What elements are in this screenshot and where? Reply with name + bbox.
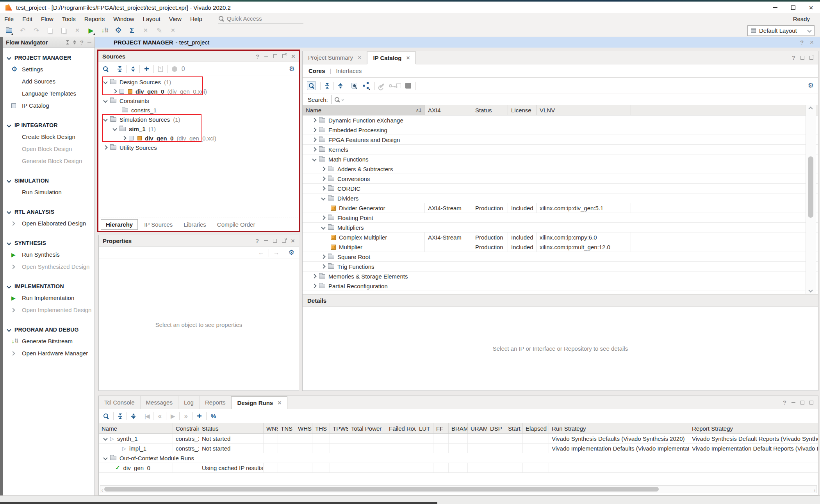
expand-all-icon[interactable] <box>338 83 342 89</box>
percent-icon[interactable]: % <box>211 413 216 419</box>
section-header[interactable]: IP INTEGRATOR <box>3 120 94 131</box>
maximize-icon[interactable] <box>800 401 804 405</box>
column-header[interactable]: BRAM <box>449 423 468 433</box>
section-header[interactable]: SYNTHESIS <box>3 238 94 248</box>
catalog-row-trig-functions[interactable]: Trig Functions <box>303 262 818 272</box>
wrench-icon[interactable] <box>380 83 385 88</box>
minimize-icon[interactable] <box>264 56 268 57</box>
nav-item-generate-bitstream[interactable]: ↓Generate Bitstream <box>3 335 94 347</box>
back-arrow-icon[interactable]: ← <box>258 249 264 256</box>
scrollbar-thumb[interactable] <box>808 156 813 218</box>
catalog-row-multiplier[interactable]: MultiplierProductionIncludedxilinx.com:i… <box>303 242 818 252</box>
collapse-all-icon[interactable] <box>66 40 69 44</box>
float-icon[interactable] <box>282 54 286 58</box>
column-header[interactable]: Run Strategy <box>549 423 689 433</box>
search-icon[interactable] <box>103 66 109 72</box>
open-project-button[interactable] <box>5 26 13 35</box>
catalog-row-memories[interactable]: Memories & Storage Elements <box>303 272 818 281</box>
nav-item-open-hardware-manager[interactable]: Open Hardware Manager <box>3 347 94 359</box>
cancel-disabled-button[interactable]: × <box>169 26 177 35</box>
tab-reports[interactable]: Reports <box>200 396 232 409</box>
column-header[interactable]: TNS <box>278 423 295 433</box>
add-sources-icon[interactable]: + <box>144 65 149 73</box>
section-header[interactable]: SIMULATION <box>3 175 94 186</box>
maximize-icon[interactable] <box>800 56 804 60</box>
tab-libraries[interactable]: Libraries <box>179 220 211 229</box>
tree-item-constrs-1[interactable]: constrs_1 <box>98 105 299 115</box>
close-icon[interactable]: × <box>278 400 281 406</box>
close-icon[interactable]: × <box>291 238 295 244</box>
menu-tools[interactable]: Tools <box>58 16 80 22</box>
maximize-icon[interactable] <box>273 239 277 243</box>
scroll-down-icon[interactable] <box>808 288 813 292</box>
nav-item-run-simulation[interactable]: Run Simulation <box>3 186 94 198</box>
close-icon[interactable]: × <box>406 55 410 61</box>
float-icon[interactable] <box>282 239 286 243</box>
nav-item-open-synthesized-design[interactable]: Open Synthesized Design <box>3 261 94 273</box>
tab-compile-order[interactable]: Compile Order <box>212 220 260 229</box>
column-header[interactable]: Constraints <box>173 423 199 433</box>
redo-button[interactable]: ↷ <box>32 26 41 35</box>
column-header[interactable]: Failed Routes <box>386 423 416 433</box>
catalog-row-square-root[interactable]: Square Root <box>303 252 818 262</box>
catalog-row-math-functions[interactable]: Math Functions <box>303 154 818 164</box>
column-header-license[interactable]: License <box>508 105 537 115</box>
tab-messages[interactable]: Messages <box>141 396 178 409</box>
report-button[interactable]: Σ <box>128 26 136 35</box>
expand-all-icon[interactable] <box>131 413 135 419</box>
horizontal-scrollbar[interactable]: ‹ › <box>100 485 817 493</box>
forward-arrow-icon[interactable]: → <box>273 249 280 256</box>
catalog-row-fpga-features[interactable]: FPGA Features and Design <box>303 135 818 145</box>
section-header[interactable]: PROGRAM AND DEBUG <box>3 324 94 335</box>
tab-design-runs[interactable]: Design Runs× <box>231 396 287 409</box>
generate-bitstream-button[interactable]: ↓ <box>100 26 109 35</box>
tab-log[interactable]: Log <box>178 396 200 409</box>
column-header-vlnv[interactable]: VLNV <box>537 105 631 115</box>
tab-tcl-console[interactable]: Tcl Console <box>99 396 141 409</box>
tree-item-constraints[interactable]: Constraints <box>98 96 299 105</box>
catalog-row-multipliers[interactable]: Multipliers <box>303 223 818 232</box>
nav-item-add-sources[interactable]: Add Sources <box>3 75 94 87</box>
tree-item-sim-div-gen-0[interactable]: div_gen_0(div_gen_0.xci) <box>98 133 299 143</box>
catalog-row-dividers[interactable]: Dividers <box>303 193 818 203</box>
tree-item-utility-sources[interactable]: Utility Sources <box>98 143 299 152</box>
column-header[interactable]: WNS <box>264 423 278 433</box>
undo-button[interactable]: ↶ <box>18 26 27 35</box>
tab-ip-catalog[interactable]: IP Catalog× <box>367 51 415 64</box>
scrollbar-thumb[interactable] <box>104 487 659 492</box>
catalog-row-complex-multiplier[interactable]: Complex MultiplierAXI4-StreamProductionI… <box>303 232 818 242</box>
paste-button[interactable] <box>59 26 68 35</box>
section-header[interactable]: IMPLEMENTATION <box>3 281 94 292</box>
column-header[interactable]: TPWS <box>330 423 348 433</box>
sources-header[interactable]: Sources ? × <box>98 51 299 62</box>
column-header-status[interactable]: Status <box>472 105 508 115</box>
column-header[interactable]: Elapsed <box>523 423 549 433</box>
subtab-cores[interactable]: Cores <box>308 67 325 74</box>
scroll-right-icon[interactable]: › <box>814 488 815 493</box>
catalog-row-embedded[interactable]: Embedded Processing <box>303 125 818 135</box>
column-header[interactable]: THS <box>312 423 330 433</box>
tab-ip-sources[interactable]: IP Sources <box>139 220 177 229</box>
catalog-row-conversions[interactable]: Conversions <box>303 174 818 184</box>
layout-selector[interactable]: Default Layout <box>747 25 815 36</box>
subtab-interfaces[interactable]: Interfaces <box>336 67 362 74</box>
group-view-button[interactable] <box>362 82 370 90</box>
step-forward-icon[interactable]: » <box>184 412 187 420</box>
edit-disabled-button[interactable]: ✎ <box>155 26 164 35</box>
column-header-name[interactable]: Name∧1 <box>303 105 425 115</box>
run-row-ooc-group[interactable]: Out-of-Context Module Runs <box>99 453 818 463</box>
nav-item-create-block-design[interactable]: Create Block Design <box>3 131 94 143</box>
close-icon[interactable]: × <box>358 55 361 61</box>
close-button[interactable]: × <box>802 2 820 13</box>
column-header[interactable]: Name <box>99 423 173 433</box>
report-ip-status-icon[interactable] <box>158 66 163 72</box>
column-header[interactable]: WHS <box>295 423 312 433</box>
nav-item-open-implemented-design[interactable]: Open Implemented Design <box>3 304 94 316</box>
help-icon[interactable]: ? <box>792 54 795 61</box>
help-icon[interactable]: ? <box>256 53 259 60</box>
search-icon[interactable] <box>103 413 109 419</box>
column-header[interactable]: Status <box>199 423 264 433</box>
menu-edit[interactable]: Edit <box>18 16 37 22</box>
menu-help[interactable]: Help <box>186 16 207 22</box>
help-icon[interactable]: ? <box>783 399 786 406</box>
